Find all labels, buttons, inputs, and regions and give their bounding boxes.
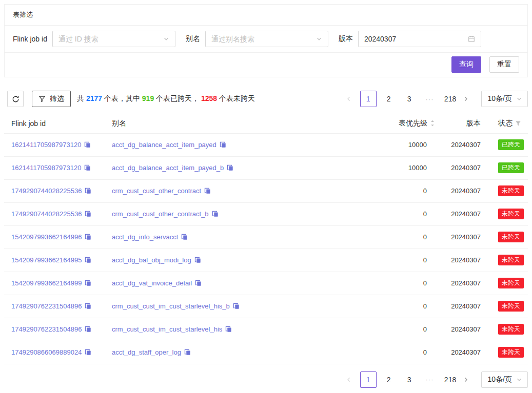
copy-icon[interactable] [195,280,202,286]
alias-link[interactable]: acct_dg_bal_obj_modi_log [112,256,191,264]
version-date-picker[interactable] [358,31,481,47]
version-input[interactable] [364,35,465,43]
data-table: Flink job id 别名 表优先级 版本 [4,114,528,364]
priority-cell: 10000 [360,133,437,156]
pagination-prev[interactable] [342,91,356,107]
filter-row: Flink job id 别名 版本 [5,26,527,52]
status-badge: 未跨天 [498,347,524,358]
copy-icon[interactable] [84,141,91,148]
copy-icon[interactable] [85,303,91,309]
flink-job-id-link[interactable]: 1749290762231504896 [11,325,82,333]
column-header-priority[interactable]: 表优先级 [360,114,437,133]
sort-icon[interactable] [430,119,435,127]
copy-icon[interactable] [184,349,191,356]
alias-link[interactable]: acct_dg_balance_acct_item_payed [112,141,216,149]
chevron-right-icon [463,377,469,383]
column-header-status-label: 状态 [498,119,513,128]
chevron-down-icon [516,96,522,102]
query-button[interactable]: 查询 [451,56,481,73]
pagination-page-218[interactable]: 218 [442,91,459,107]
summary-count-red: 1258 [201,94,217,102]
pagination-page-3[interactable]: 3 [401,371,418,388]
filter-item-alias: 别名 [186,31,328,47]
table-row: 1542097993662164995 acct_dg_bal_obj_modi… [4,249,528,272]
status-badge: 已跨天 [498,139,524,150]
column-header-status: 状态 [481,114,528,133]
alias-link[interactable]: crm_cust_cust_im_cust_starlevel_his_b [112,302,230,310]
page-size-select[interactable]: 10条/页 [481,371,528,388]
alias-select[interactable] [205,31,328,47]
table-row: 1749290744028225536 crm_cust_cust_other_… [4,179,528,202]
flink-job-id-link[interactable]: 1542097993662164995 [11,256,82,264]
copy-icon[interactable] [233,303,240,309]
version-cell: 20240307 [437,249,481,272]
alias-link[interactable]: acct_dg_info_servacct [112,233,178,241]
chevron-right-icon [463,96,469,102]
column-header-priority-label: 表优先级 [399,119,427,128]
pagination-page-3[interactable]: 3 [401,91,418,107]
alias-link[interactable]: acct_dg_balance_acct_item_payed_b [112,164,224,172]
copy-icon[interactable] [85,257,91,263]
pagination-next[interactable] [459,91,473,107]
alias-link[interactable]: crm_cust_cust_other_contract [112,187,201,195]
flink-job-id-link[interactable]: 1542097993662164999 [11,279,82,287]
summary-count-green: 919 [142,94,154,102]
filter-button[interactable]: 筛选 [32,91,71,107]
pagination-ellipsis[interactable]: ··· [422,371,438,388]
status-badge: 未跨天 [498,278,524,288]
copy-icon[interactable] [194,257,201,263]
version-cell: 20240307 [437,318,481,341]
pagination-page-1[interactable]: 1 [360,91,377,107]
column-header-flink-job-id: Flink job id [4,114,112,133]
calendar-icon [468,35,475,43]
flink-job-id-link[interactable]: 1749290866069889024 [11,348,82,356]
copy-icon[interactable] [212,211,219,217]
alias-link[interactable]: acct_dg_vat_invoice_detail [112,279,192,287]
filter-icon[interactable] [515,120,521,127]
flink-job-id-select[interactable] [52,31,175,47]
copy-icon[interactable] [220,141,226,148]
alias-label: 别名 [186,34,200,44]
copy-icon[interactable] [85,349,91,356]
alias-link[interactable]: crm_cust_cust_im_cust_starlevel_his [112,325,222,333]
copy-icon[interactable] [204,188,211,194]
status-badge: 未跨天 [498,255,524,265]
alias-input[interactable] [211,35,313,43]
page-size-select[interactable]: 10条/页 [481,91,528,107]
flink-job-id-label: Flink job id [13,35,47,43]
priority-cell: 0 [360,202,437,225]
pagination-next[interactable] [459,371,473,388]
copy-icon[interactable] [84,164,91,171]
copy-icon[interactable] [85,234,91,240]
pagination-page-2[interactable]: 2 [381,371,397,388]
pagination-ellipsis[interactable]: ··· [422,91,438,107]
flink-job-id-link[interactable]: 1621411705987973120 [11,141,81,149]
copy-icon[interactable] [227,164,233,171]
pagination-page-2[interactable]: 2 [381,91,397,107]
copy-icon[interactable] [85,211,91,217]
copy-icon[interactable] [181,234,188,240]
reset-button[interactable]: 重置 [489,56,519,73]
copy-icon[interactable] [85,188,91,194]
priority-cell: 0 [360,272,437,295]
copy-icon[interactable] [85,326,91,333]
alias-link[interactable]: acct_dg_staff_oper_log [112,348,181,356]
flink-job-id-link[interactable]: 1621411705987973120 [11,164,81,172]
copy-icon[interactable] [85,280,91,286]
refresh-icon [12,95,19,103]
flink-job-id-link[interactable]: 1749290744028225536 [11,210,82,218]
status-badge: 未跨天 [498,185,524,196]
summary-text: 共 2177 个表，其中 919 个表已跨天， 1258 个表未跨天 [77,94,255,104]
pagination-prev[interactable] [342,371,356,388]
refresh-button[interactable] [7,91,24,107]
alias-link[interactable]: crm_cust_cust_other_contract_b [112,210,209,218]
copy-icon[interactable] [225,326,232,333]
flink-job-id-link[interactable]: 1749290762231504896 [11,302,82,310]
flink-job-id-link[interactable]: 1542097993662164996 [11,233,82,241]
pagination-page-218[interactable]: 218 [442,371,459,388]
flink-job-id-input[interactable] [58,35,160,43]
flink-job-id-link[interactable]: 1749290744028225536 [11,187,82,195]
pagination-page-1[interactable]: 1 [360,371,377,388]
filter-card-footer: 查询 重置 [5,52,527,77]
table-body: 1621411705987973120 acct_dg_balance_acct… [4,133,528,364]
